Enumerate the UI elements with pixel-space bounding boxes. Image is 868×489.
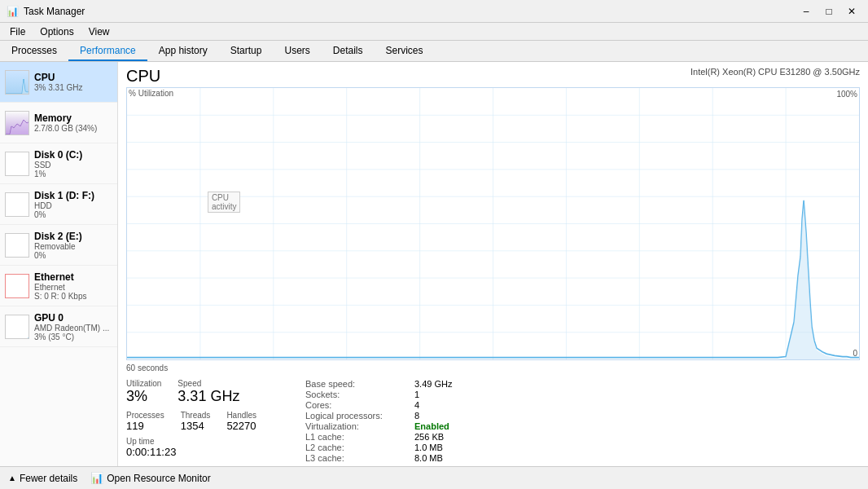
stats-right-label-0: Base speed: — [305, 379, 411, 389]
main-content: CPU 3% 3.31 GHz Memory 2.7/8.0 GB (34%) — [0, 62, 868, 466]
sidebar-gpu-sub1: AMD Radeon(TM) ... — [34, 324, 109, 333]
sidebar-thumb-disk1 — [5, 192, 29, 217]
sidebar-item-cpu[interactable]: CPU 3% 3.31 GHz — [0, 62, 117, 103]
sidebar-item-gpu[interactable]: GPU 0 AMD Radeon(TM) ... 3% (35 °C) — [0, 306, 117, 347]
stats-right-label-7: L3 cache: — [305, 453, 411, 463]
sidebar-disk2-info: Disk 2 (E:) Removable 0% — [34, 231, 82, 260]
stats-right-value-3: 8 — [414, 411, 419, 421]
sidebar-disk0-sub1: SSD — [34, 161, 82, 170]
stats-right-label-3: Logical processors: — [305, 411, 411, 421]
svg-marker-0 — [6, 79, 28, 95]
stats-right-label-6: L2 cache: — [305, 443, 411, 452]
uptime-label: Up time — [126, 437, 176, 446]
processes-value: 119 — [126, 420, 164, 433]
close-button[interactable]: ✕ — [842, 3, 861, 20]
stats-right-label-1: Sockets: — [305, 390, 411, 399]
cpu-activity-label: CPU activity — [208, 192, 241, 213]
stats-left: Utilization 3% Speed 3.31 GHz Processes … — [126, 379, 289, 463]
stats-right-label-4: Virtualization: — [305, 421, 411, 431]
tabs-bar: Processes Performance App history Startu… — [0, 41, 868, 62]
sidebar-gpu-name: GPU 0 — [34, 312, 109, 324]
sidebar-eth-sub2: S: 0 R: 0 Kbps — [34, 292, 86, 301]
stats-right: Base speed:3.49 GHzSockets:1Cores:4Logic… — [305, 379, 452, 463]
sidebar: CPU 3% 3.31 GHz Memory 2.7/8.0 GB (34%) — [0, 62, 118, 466]
util-label: % Utilization — [129, 89, 173, 98]
sidebar-thumb-disk0 — [5, 152, 29, 176]
stats-right-row-7: L3 cache:8.0 MB — [305, 453, 452, 463]
sidebar-cpu-name: CPU — [34, 72, 82, 83]
menu-view[interactable]: View — [82, 24, 116, 38]
bottom-bar: ▲ Fewer details 📊 Open Resource Monitor — [0, 466, 868, 489]
x-label: 60 seconds — [126, 363, 860, 372]
sidebar-thumb-disk2 — [5, 233, 29, 258]
open-resource-monitor-label: Open Resource Monitor — [107, 473, 210, 484]
uptime-value: 0:00:11:23 — [126, 446, 176, 459]
sidebar-thumb-cpu — [5, 70, 29, 95]
handles-label: Handles — [226, 411, 256, 420]
tab-details[interactable]: Details — [322, 41, 375, 61]
fewer-details-link[interactable]: ▲ Fewer details — [8, 473, 77, 484]
sidebar-thumb-mem — [5, 111, 29, 135]
stats-right-row-1: Sockets:1 — [305, 390, 452, 399]
tab-services[interactable]: Services — [375, 41, 435, 61]
sidebar-mem-sub: 2.7/8.0 GB (34%) — [34, 124, 97, 133]
sidebar-mem-name: Memory — [34, 112, 97, 124]
title-bar: 📊 Task Manager – □ ✕ — [0, 0, 868, 23]
sidebar-item-memory[interactable]: Memory 2.7/8.0 GB (34%) — [0, 103, 117, 143]
menu-options[interactable]: Options — [33, 24, 80, 38]
sidebar-gpu-info: GPU 0 AMD Radeon(TM) ... 3% (35 °C) — [34, 312, 109, 341]
chart-svg — [127, 88, 859, 359]
window-controls: – □ ✕ — [796, 3, 861, 20]
sidebar-disk2-sub2: 0% — [34, 251, 82, 260]
minimize-button[interactable]: – — [796, 3, 816, 20]
sidebar-disk1-name: Disk 1 (D: F:) — [34, 190, 94, 201]
sidebar-cpu-sub: 3% 3.31 GHz — [34, 83, 82, 92]
sidebar-item-disk2[interactable]: Disk 2 (E:) Removable 0% — [0, 225, 117, 266]
sidebar-disk1-sub2: 0% — [34, 210, 94, 219]
stats-row-1: Utilization 3% Speed 3.31 GHz — [126, 379, 289, 406]
sidebar-disk1-sub1: HDD — [34, 201, 94, 210]
stat-processes: Processes 119 — [126, 411, 164, 433]
sidebar-thumb-eth — [5, 274, 29, 298]
threads-label: Threads — [181, 411, 211, 420]
stats-right-row-3: Logical processors:8 — [305, 411, 452, 421]
y-label-bottom: 0 — [853, 349, 857, 358]
svg-marker-1 — [6, 120, 29, 135]
graph-area: CPU Intel(R) Xeon(R) CPU E31280 @ 3.50GH… — [118, 62, 868, 466]
stats-right-value-4: Enabled — [414, 421, 449, 431]
tab-users[interactable]: Users — [273, 41, 321, 61]
tab-performance[interactable]: Performance — [68, 41, 147, 61]
stats-right-value-1: 1 — [414, 390, 419, 399]
stats-right-row-0: Base speed:3.49 GHz — [305, 379, 452, 389]
sidebar-disk0-info: Disk 0 (C:) SSD 1% — [34, 149, 82, 178]
sidebar-disk0-sub2: 1% — [34, 170, 82, 178]
graph-chart-container: % Utilization 100% 0 CPU activity — [126, 87, 860, 360]
sidebar-thumb-gpu — [5, 315, 29, 339]
stats-right-value-5: 256 KB — [414, 432, 444, 442]
stats-right-value-6: 1.0 MB — [414, 443, 443, 452]
tab-startup[interactable]: Startup — [219, 41, 274, 61]
sidebar-item-ethernet[interactable]: Ethernet Ethernet S: 0 R: 0 Kbps — [0, 266, 117, 306]
sidebar-disk2-sub1: Removable — [34, 242, 82, 251]
sidebar-eth-info: Ethernet Ethernet S: 0 R: 0 Kbps — [34, 271, 86, 301]
stats-right-value-0: 3.49 GHz — [414, 379, 452, 389]
stats-right-row-6: L2 cache:1.0 MB — [305, 443, 452, 452]
open-resource-monitor-link[interactable]: 📊 Open Resource Monitor — [90, 472, 210, 484]
menu-file[interactable]: File — [3, 24, 32, 38]
chevron-up-icon: ▲ — [8, 474, 16, 482]
tab-app-history[interactable]: App history — [147, 41, 219, 61]
handles-value: 52270 — [226, 420, 256, 433]
sidebar-disk2-name: Disk 2 (E:) — [34, 231, 82, 242]
stats-row-2: Processes 119 Threads 1354 Handles 52270 — [126, 411, 289, 433]
y-label-top: 100% — [836, 90, 857, 99]
sidebar-item-disk1[interactable]: Disk 1 (D: F:) HDD 0% — [0, 184, 117, 225]
stats-right-value-2: 4 — [414, 400, 419, 410]
restore-button[interactable]: □ — [819, 3, 839, 20]
sidebar-disk0-name: Disk 0 (C:) — [34, 149, 82, 161]
stats-right-row-2: Cores:4 — [305, 400, 452, 410]
stats-right-row-5: L1 cache:256 KB — [305, 432, 452, 442]
sidebar-item-disk0[interactable]: Disk 0 (C:) SSD 1% — [0, 143, 117, 184]
tab-processes[interactable]: Processes — [0, 41, 68, 61]
graph-subtitle: Intel(R) Xeon(R) CPU E31280 @ 3.50GHz — [690, 67, 860, 77]
stats-row-3: Up time 0:00:11:23 — [126, 437, 289, 459]
